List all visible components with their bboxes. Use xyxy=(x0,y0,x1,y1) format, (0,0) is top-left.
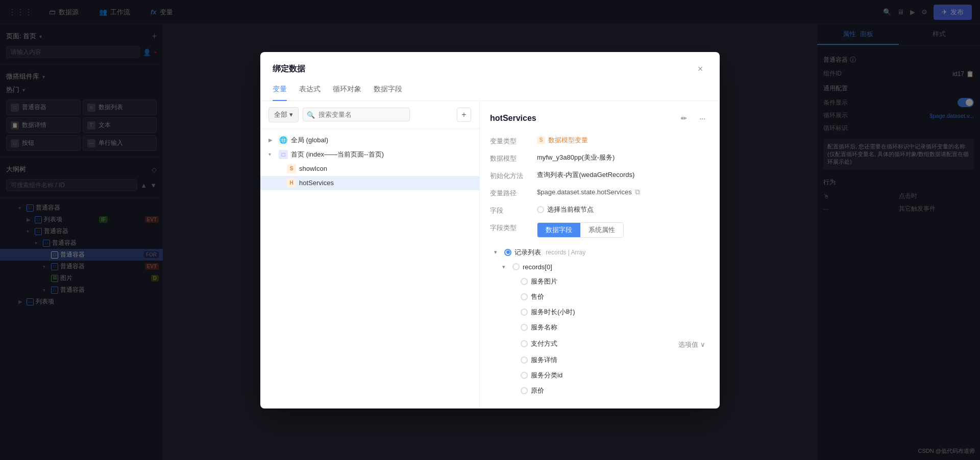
name-radio[interactable] xyxy=(521,324,528,331)
records-list-sub: records | Array xyxy=(544,249,585,256)
init-method-row: 初始化方法 查询列表-内置(wedaGetRecords) xyxy=(490,170,709,181)
watermark: CSDN @低代码布道师 xyxy=(918,447,975,455)
field-category-id[interactable]: 服务分类id xyxy=(490,368,709,383)
search-icon: 🔍 xyxy=(307,111,315,118)
var-name: hotServices xyxy=(490,114,536,123)
var-field-value: 选择当前根节点 xyxy=(537,205,709,214)
detail-label: 服务详情 xyxy=(531,355,557,365)
svc-img-label: 服务图片 xyxy=(531,277,557,286)
field-detail[interactable]: 服务详情 xyxy=(490,352,709,368)
origprice-label: 原价 xyxy=(531,386,544,395)
modal-tabs: 变量 表达式 循环对象 数据字段 xyxy=(260,79,720,101)
variable-filter-button[interactable]: 全部 ▾ xyxy=(268,107,299,122)
filter-chevron-icon: ▾ xyxy=(289,111,293,118)
global-chevron-icon: ▶ xyxy=(268,137,276,143)
var-path-row-value: $page.dataset.state.hotServices ⧉ xyxy=(537,188,640,196)
field-duration[interactable]: 服务时长(小时) xyxy=(490,304,709,320)
modal-header: 绑定数据 × xyxy=(260,52,720,76)
field-original-price[interactable]: 原价 xyxy=(490,383,709,398)
catid-label: 服务分类id xyxy=(531,371,562,380)
modal-body: 全部 ▾ 🔍 + ▶ xyxy=(260,101,720,408)
copy-path-icon[interactable]: ⧉ xyxy=(635,188,640,196)
data-field-tree: ▾ 记录列表 records | Array ▾ records[0] xyxy=(490,245,709,398)
records0-chevron: ▾ xyxy=(502,264,509,270)
field-service-image[interactable]: 服务图片 xyxy=(490,274,709,289)
bind-data-modal: 绑定数据 × 变量 表达式 循环对象 数据字段 全部 xyxy=(260,52,720,408)
data-model-icon: S xyxy=(537,136,545,144)
var-type-value: S 数据模型变量 xyxy=(537,136,709,145)
hotservices-data-icon: H xyxy=(287,178,296,188)
price-radio[interactable] xyxy=(521,293,528,300)
variable-search-input[interactable] xyxy=(303,108,410,121)
global-icon: 🌐 xyxy=(279,136,288,145)
var-field-row: 字段 选择当前根节点 xyxy=(490,205,709,215)
field-name[interactable]: 服务名称 xyxy=(490,320,709,335)
duration-radio[interactable] xyxy=(521,309,528,316)
field-price[interactable]: 售价 xyxy=(490,289,709,304)
modal-title: 绑定数据 xyxy=(273,64,305,74)
var-path-text: $page.dataset.state.hotServices xyxy=(537,188,632,196)
showicon-node[interactable]: S showIcon xyxy=(260,162,479,176)
variable-list-panel: 全部 ▾ 🔍 + ▶ xyxy=(260,101,480,408)
records-list-node[interactable]: ▾ 记录列表 records | Array xyxy=(490,245,709,260)
records0-radio[interactable] xyxy=(512,263,520,270)
payment-label: 支付方式 xyxy=(531,339,557,348)
modal-tab-expression[interactable]: 表达式 xyxy=(299,79,321,101)
modal-tab-datafield[interactable]: 数据字段 xyxy=(374,79,402,101)
modal-tab-loop[interactable]: 循环对象 xyxy=(333,79,361,101)
global-tree-node[interactable]: ▶ 🌐 全局 (global) xyxy=(260,133,479,147)
name-label: 服务名称 xyxy=(531,323,557,332)
records-list-radio[interactable] xyxy=(504,249,511,256)
data-model-row: 数据模型 myfw_y3a80pp(美业-服务) xyxy=(490,153,709,163)
var-type-row: 变量类型 S 数据模型变量 xyxy=(490,136,709,146)
records-list-label: 记录列表 xyxy=(514,248,541,257)
records0-node[interactable]: ▾ records[0] xyxy=(490,260,709,274)
hotservices-node[interactable]: H hotServices xyxy=(260,176,479,190)
price-label: 售价 xyxy=(531,292,544,301)
modal-close-button[interactable]: × xyxy=(693,62,707,76)
variable-property-panel: hotServices ✏ ··· 变量类型 S xyxy=(480,101,720,408)
var-more-button[interactable]: ··· xyxy=(695,111,709,125)
records-list-chevron: ▾ xyxy=(494,249,501,255)
payment-dropdown-chevron[interactable]: ∨ xyxy=(700,341,705,348)
payment-radio[interactable] xyxy=(521,340,528,347)
var-prop-header: hotServices ✏ ··· xyxy=(490,111,709,125)
variable-search-wrapper: 🔍 xyxy=(303,108,453,121)
field-radio[interactable] xyxy=(537,206,544,213)
showicon-data-icon: S xyxy=(287,164,296,173)
var-path-row: 变量路径 $page.dataset.state.hotServices ⧉ xyxy=(490,188,709,198)
field-type-tabs: 数据字段 系统属性 xyxy=(537,222,624,238)
origprice-radio[interactable] xyxy=(521,387,528,394)
variable-toolbar: 全部 ▾ 🔍 + xyxy=(260,101,479,129)
duration-label: 服务时长(小时) xyxy=(531,308,575,317)
init-method-value: 查询列表-内置(wedaGetRecords) xyxy=(537,170,709,180)
variable-add-button[interactable]: + xyxy=(457,108,471,122)
field-type-tab-data[interactable]: 数据字段 xyxy=(537,223,580,237)
field-type-row: 字段类型 数据字段 系统属性 xyxy=(490,222,709,238)
data-model-value: myfw_y3a80pp(美业-服务) xyxy=(537,153,709,162)
variable-tree: ▶ 🌐 全局 (global) ▾ □ 首页 (index——当前页面--首页) xyxy=(260,129,479,408)
page-icon: □ xyxy=(279,150,288,159)
field-type-tab-system[interactable]: 系统属性 xyxy=(580,223,623,237)
var-prop-actions: ✏ ··· xyxy=(677,111,709,125)
svc-img-radio[interactable] xyxy=(521,278,528,285)
modal-tab-variable[interactable]: 变量 xyxy=(273,79,287,101)
var-edit-button[interactable]: ✏ xyxy=(677,111,691,125)
page-tree-node[interactable]: ▾ □ 首页 (index——当前页面--首页) xyxy=(260,147,479,162)
field-payment[interactable]: 支付方式 选项值 ∨ xyxy=(490,335,709,352)
modal-overlay: 绑定数据 × 变量 表达式 循环对象 数据字段 全部 xyxy=(0,0,980,460)
catid-radio[interactable] xyxy=(521,372,528,379)
page-chevron-icon: ▾ xyxy=(268,151,276,157)
records0-label: records[0] xyxy=(523,263,552,271)
detail-radio[interactable] xyxy=(521,356,528,364)
payment-options-row: 选项值 ∨ xyxy=(678,340,705,349)
